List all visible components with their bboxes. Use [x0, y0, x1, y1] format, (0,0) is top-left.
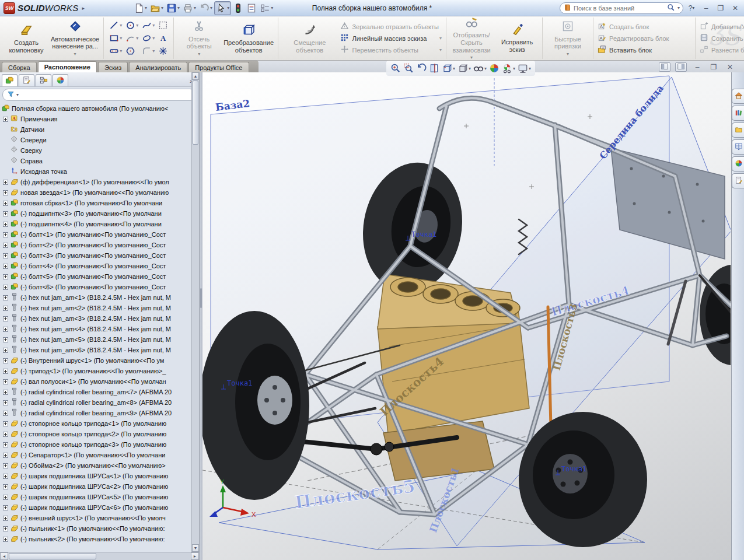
- expand-icon[interactable]: [3, 285, 8, 290]
- tree-item[interactable]: новая звезда<1> (По умолчанию<<По умолча…: [2, 187, 191, 198]
- wheel-rear-right[interactable]: [519, 412, 647, 547]
- mirror-entities-button[interactable]: Зеркально отразить объекты: [340, 22, 442, 32]
- sketch-tool-ellipse-button[interactable]: ▾: [141, 33, 156, 43]
- tree-item[interactable]: (-) трипод<1> (По умолчанию<<По умолчани…: [2, 366, 191, 376]
- zoom-to-fit-button[interactable]: [390, 62, 401, 74]
- linear-pattern-button[interactable]: Линейный массив эскиза▾: [340, 33, 442, 44]
- doc-restore-button[interactable]: ❐: [708, 62, 719, 72]
- apply-scene-button[interactable]: ▾: [501, 62, 516, 74]
- convert-entities-button[interactable]: Преобразование объектов: [223, 23, 274, 54]
- expand-icon[interactable]: [3, 432, 8, 437]
- minimize-button[interactable]: –: [700, 2, 712, 14]
- expand-icon[interactable]: [3, 201, 8, 206]
- show-relations-button[interactable]: Отобразить/Скрыть взаимосвязи▾: [450, 16, 492, 60]
- sketch-tool-star-button[interactable]: [157, 46, 169, 56]
- zoom-to-area-button[interactable]: [403, 62, 414, 74]
- tree-item[interactable]: (-) radial cylindrical roller bearing_am…: [2, 408, 191, 418]
- menu-expand-icon[interactable]: ▸: [82, 5, 85, 11]
- expand-icon[interactable]: [3, 411, 8, 416]
- tree-item[interactable]: (-) стопорное кольцо трипода<1> (По умол…: [2, 418, 191, 429]
- expand-icon[interactable]: [3, 327, 8, 332]
- expand-icon[interactable]: [3, 190, 8, 195]
- expand-icon[interactable]: [3, 537, 8, 542]
- expand-icon[interactable]: [3, 211, 8, 216]
- expand-icon[interactable]: [3, 264, 8, 269]
- expand-icon[interactable]: [3, 253, 8, 258]
- tree-item[interactable]: (-) шарик подшипника ШРУСа<6> (По умолча…: [2, 502, 191, 513]
- tree-item[interactable]: Датчики: [2, 124, 191, 135]
- explode-block-button[interactable]: Разнести блок: [700, 45, 744, 55]
- expand-icon[interactable]: [3, 306, 8, 311]
- restore-button[interactable]: ❐: [714, 2, 727, 14]
- view-orientation-button[interactable]: ▾: [441, 62, 456, 74]
- expand-icon[interactable]: [3, 222, 8, 227]
- doc-close-button[interactable]: ✕: [724, 62, 736, 72]
- select-button[interactable]: ▾: [214, 1, 231, 15]
- tree-item[interactable]: (-) болт<2> (По умолчанию<По умолчанию_С…: [2, 240, 191, 250]
- tree-item[interactable]: (-) hex nut jam_am<5> (B18.2.4.5M - Hex …: [2, 334, 191, 345]
- sketch-tool-polygon-button[interactable]: [124, 46, 139, 56]
- sketch-tool-textA-button[interactable]: A: [157, 33, 169, 43]
- make-block-button[interactable]: AСоздать блок: [598, 22, 691, 32]
- expand-icon[interactable]: [3, 442, 8, 447]
- tree-item[interactable]: (-) пыльник<2> (По умолчанию<<По умолчан…: [2, 534, 191, 544]
- tree-item[interactable]: (-) болт<1> (По умолчанию<По умолчанию_С…: [2, 229, 191, 240]
- right-pane-toggle-icon[interactable]: [675, 62, 687, 72]
- expand-icon[interactable]: [3, 369, 8, 374]
- 3d-model-canvas[interactable]: База2 Середина болида Плоскость5 Плоскос…: [202, 72, 731, 560]
- tree-item[interactable]: (-) пыльник<1> (По умолчанию<<По умолчан…: [2, 523, 191, 534]
- propertymanager-tab[interactable]: [19, 74, 34, 86]
- file-explorer-tab[interactable]: [732, 123, 744, 138]
- expand-icon[interactable]: [3, 453, 8, 458]
- tree-item[interactable]: (ф) дифференциал<1> (По умолчанию<<По ум…: [2, 177, 191, 187]
- tree-item[interactable]: (-) radial cylindrical roller bearing_am…: [2, 397, 191, 408]
- tree-item[interactable]: (-) болт<3> (По умолчанию<По умолчанию_С…: [2, 250, 191, 261]
- tree-item[interactable]: (-) внешний шрус<1> (По умолчанию<<По ум…: [2, 513, 191, 523]
- wheel-front-left[interactable]: [202, 311, 309, 500]
- add-remove-button[interactable]: Добавить/Удалить: [700, 22, 744, 32]
- tree-item[interactable]: (-) шарик подшипника ШРУСа<5> (По умолча…: [2, 492, 191, 502]
- design-library-tab[interactable]: [732, 106, 744, 121]
- sketch-tool-selbox-button[interactable]: [157, 20, 169, 30]
- sketch-tool-fillet-button[interactable]: ▾: [141, 46, 156, 56]
- search-dropdown-icon[interactable]: ▾: [677, 5, 680, 10]
- sketch-tool-spline-button[interactable]: ▾: [141, 20, 156, 30]
- sketch-tool-line-button[interactable]: ▾: [108, 20, 123, 30]
- expand-icon[interactable]: [3, 180, 8, 185]
- tree-item[interactable]: (-) болт<6> (По умолчанию<По умолчанию_С…: [2, 282, 191, 292]
- expand-icon[interactable]: [3, 516, 8, 521]
- sketch-tool-slot-button[interactable]: ▾: [108, 46, 123, 56]
- expand-icon[interactable]: [3, 117, 8, 122]
- options-button[interactable]: ▾: [259, 1, 274, 15]
- search-input[interactable]: [574, 5, 665, 12]
- expand-icon[interactable]: [3, 243, 8, 248]
- repair-sketch-button[interactable]: Исправить эскиз: [496, 23, 538, 54]
- tree-item[interactable]: (-) стопорное кольцо трипода<3> (По умол…: [2, 439, 191, 450]
- expand-icon[interactable]: [3, 232, 8, 237]
- tree-item[interactable]: (-) подшипнтк<4> (По умолчанию<По умолча…: [2, 219, 191, 229]
- tree-item[interactable]: Справа: [2, 156, 191, 166]
- sketch-tool-arc-button[interactable]: ▾: [124, 33, 139, 43]
- expand-icon[interactable]: [3, 390, 8, 395]
- save-button[interactable]: ▾: [165, 1, 181, 15]
- custom-properties-tab[interactable]: [732, 173, 744, 188]
- expand-icon[interactable]: [3, 495, 8, 500]
- tree-item[interactable]: (-) Обойма<2> (По умолчанию<<По умолчани…: [2, 460, 191, 471]
- tab-анализировать[interactable]: Анализировать: [129, 62, 187, 72]
- previous-view-button[interactable]: [415, 62, 427, 74]
- tree-item[interactable]: (-) шарик подшипника ШРУСа<2> (По умолча…: [2, 481, 191, 492]
- print-button[interactable]: ▾: [181, 1, 197, 15]
- tree-item[interactable]: Спереди: [2, 135, 191, 145]
- expand-icon[interactable]: [3, 474, 8, 479]
- view-palette-tab[interactable]: [732, 139, 744, 155]
- new-document-button[interactable]: ▾: [132, 1, 148, 15]
- tree-item[interactable]: (-) шарик подшипника ШРУСа<1> (По умолча…: [2, 471, 191, 481]
- view-settings-button[interactable]: ▾: [517, 62, 532, 74]
- expand-icon[interactable]: [3, 295, 8, 300]
- sketch-tool-rect-button[interactable]: ▾: [108, 33, 123, 43]
- doc-minimize-button[interactable]: –: [691, 62, 703, 72]
- tree-item[interactable]: (-) hex nut jam_am<3> (B18.2.4.5M - Hex …: [2, 313, 191, 324]
- expand-icon[interactable]: [3, 400, 8, 405]
- expand-icon[interactable]: [3, 337, 8, 342]
- tree-item[interactable]: (-) вал полуоси<1> (По умолчанию<<По умо…: [2, 376, 191, 387]
